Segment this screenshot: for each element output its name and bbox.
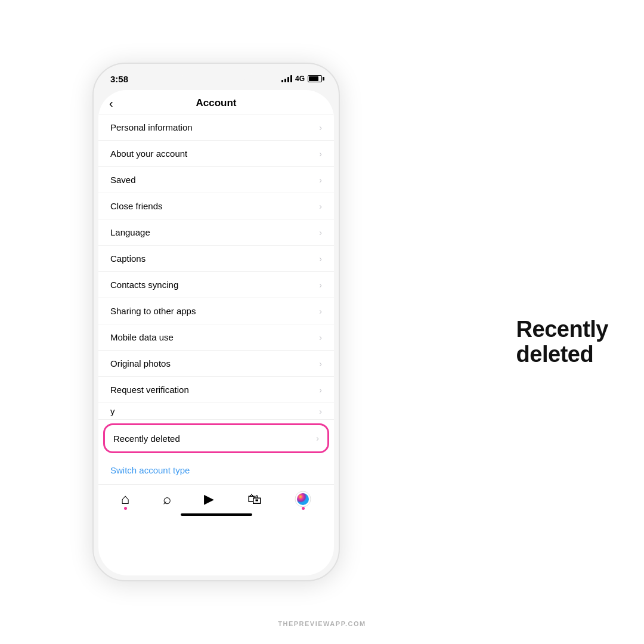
recently-deleted-item[interactable]: Recently deleted › [103,423,329,453]
menu-item-label: Contacts syncing [110,280,178,290]
home-icon: ⌂ [121,491,130,507]
nav-item-reels[interactable]: ▶ [199,490,219,508]
canvas: 3:58 4G ‹ Account Personal info [0,0,644,644]
status-time: 3:58 [110,74,128,84]
home-indicator [181,513,252,516]
chevron-icon: › [319,254,322,264]
profile-dot [302,507,305,510]
menu-item-sharing-to-other-apps[interactable]: Sharing to other apps › [98,298,334,324]
signal-icon [281,75,292,82]
bottom-nav: ⌂ ⌕ ▶ 🛍 [98,484,334,511]
home-dot [124,507,127,510]
menu-item-label: Sharing to other apps [110,306,196,316]
chevron-icon: › [319,333,322,342]
chevron-icon: › [319,202,322,211]
menu-item-saved[interactable]: Saved › [98,167,334,193]
switch-account-button[interactable]: Switch account type [110,465,190,475]
recently-deleted-label: Recently deleted [113,434,180,444]
menu-item-label: Original photos [110,358,171,369]
annotation-line2: deleted [516,342,608,367]
screen-header: ‹ Account [98,90,334,114]
menu-item-label: Request verification [110,385,189,395]
nav-item-profile[interactable] [290,490,316,509]
chevron-icon: › [319,306,322,316]
menu-item-partial: y › [98,403,334,420]
nav-item-home[interactable]: ⌂ [116,490,135,509]
menu-item-request-verification[interactable]: Request verification › [98,377,334,403]
chevron-icon: › [316,434,319,443]
chevron-icon: › [319,385,322,395]
menu-item-label: About your account [110,148,187,159]
search-icon: ⌕ [163,491,171,507]
chevron-icon: › [319,359,322,369]
menu-item-label: Captions [110,253,145,264]
menu-item-original-photos[interactable]: Original photos › [98,351,334,377]
chevron-icon: › [319,123,322,132]
menu-item-mobile-data-use[interactable]: Mobile data use › [98,324,334,351]
chevron-icon: › [319,149,322,159]
menu-item-label-partial: y [110,406,115,416]
profile-icon [295,491,311,507]
recently-deleted-wrapper: Recently deleted › [98,420,334,457]
menu-item-personal-information[interactable]: Personal information › [98,114,334,141]
menu-item-label: Close friends [110,201,163,211]
phone-notch [181,64,252,80]
nav-item-search[interactable]: ⌕ [158,490,176,509]
menu-item-contacts-syncing[interactable]: Contacts syncing › [98,272,334,298]
reels-icon: ▶ [204,491,214,507]
menu-item-language[interactable]: Language › [98,219,334,246]
menu-item-label: Language [110,227,150,237]
chevron-icon: › [319,280,322,290]
chevron-icon: › [319,228,322,237]
menu-item-captions[interactable]: Captions › [98,246,334,272]
menu-item-close-friends[interactable]: Close friends › [98,193,334,219]
chevron-icon: › [319,407,322,416]
menu-list: Personal information › About your accoun… [98,114,334,420]
back-button[interactable]: ‹ [109,97,113,110]
phone-mockup: 3:58 4G ‹ Account Personal info [92,63,340,581]
annotation-line1: Recently [516,317,608,342]
menu-item-label: Mobile data use [110,332,174,342]
chevron-icon: › [319,175,322,185]
attribution: THEPREVIEWAPP.COM [278,620,366,627]
menu-item-label: Personal information [110,122,193,132]
svg-point-1 [297,493,309,505]
shop-icon: 🛍 [247,491,262,507]
battery-icon [308,75,322,82]
battery-fill [309,76,318,81]
status-icons: 4G [281,75,322,83]
menu-item-label: Saved [110,175,136,185]
menu-item-about-your-account[interactable]: About your account › [98,141,334,167]
network-type: 4G [295,75,305,83]
page-title: Account [196,97,237,109]
annotation-text: Recently deleted [516,317,608,367]
phone-screen: ‹ Account Personal information › About y… [98,90,334,575]
switch-account-section: Switch account type [98,457,334,484]
nav-item-shop[interactable]: 🛍 [243,490,267,509]
